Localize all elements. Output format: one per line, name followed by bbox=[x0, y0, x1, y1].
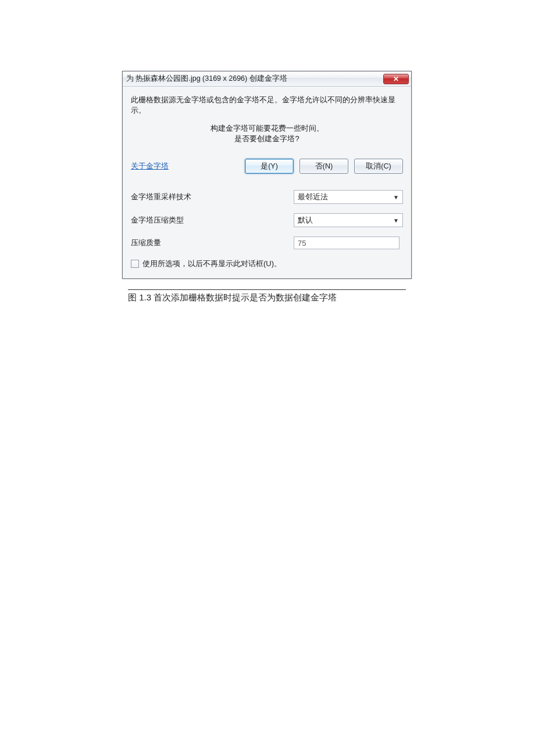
resample-value: 最邻近法 bbox=[298, 192, 328, 202]
dont-show-checkbox[interactable] bbox=[131, 260, 139, 268]
chevron-down-icon: ▼ bbox=[393, 194, 399, 200]
chevron-down-icon: ▼ bbox=[393, 217, 399, 224]
figure-container: 为 热振森林公园图.jpg (3169 x 2696) 创建金字塔 ✕ 此栅格数… bbox=[122, 71, 412, 303]
create-pyramids-dialog: 为 热振森林公园图.jpg (3169 x 2696) 创建金字塔 ✕ 此栅格数… bbox=[122, 71, 412, 279]
dont-show-row: 使用所选项，以后不再显示此对话框(U)。 bbox=[131, 259, 403, 269]
quality-row: 压缩质量 bbox=[131, 237, 403, 249]
resample-select[interactable]: 最邻近法 ▼ bbox=[294, 190, 403, 204]
dialog-titlebar: 为 热振森林公园图.jpg (3169 x 2696) 创建金字塔 ✕ bbox=[123, 71, 411, 87]
cancel-button[interactable]: 取消(C) bbox=[354, 159, 403, 174]
quality-label: 压缩质量 bbox=[131, 238, 294, 248]
compression-value: 默认 bbox=[298, 215, 313, 225]
caption-rule bbox=[128, 289, 406, 290]
dialog-title: 为 热振森林公园图.jpg (3169 x 2696) 创建金字塔 bbox=[126, 74, 287, 84]
no-button[interactable]: 否(N) bbox=[299, 159, 348, 174]
resample-label: 金字塔重采样技术 bbox=[131, 192, 294, 202]
compression-select[interactable]: 默认 ▼ bbox=[294, 213, 403, 227]
close-button[interactable]: ✕ bbox=[383, 74, 409, 84]
figure-caption: 图 1.3 首次添加栅格数据时提示是否为数据创建金字塔 bbox=[122, 292, 412, 303]
compression-label: 金字塔压缩类型 bbox=[131, 215, 294, 225]
prompt-line-2: 是否要创建金字塔? bbox=[234, 134, 299, 143]
quality-input[interactable] bbox=[294, 237, 400, 249]
yes-button[interactable]: 是(Y) bbox=[245, 159, 294, 174]
resample-row: 金字塔重采样技术 最邻近法 ▼ bbox=[131, 190, 403, 204]
prompt-message: 构建金字塔可能要花费一些时间。 是否要创建金字塔? bbox=[131, 123, 403, 144]
dont-show-label: 使用所选项，以后不再显示此对话框(U)。 bbox=[142, 259, 281, 269]
close-icon: ✕ bbox=[393, 75, 399, 83]
info-message: 此栅格数据源无金字塔或包含的金字塔不足。金字塔允许以不同的分辨率快速显示。 bbox=[131, 95, 403, 115]
about-pyramids-link[interactable]: 关于金字塔 bbox=[131, 161, 169, 171]
action-row: 关于金字塔 是(Y) 否(N) 取消(C) bbox=[131, 159, 403, 174]
compression-row: 金字塔压缩类型 默认 ▼ bbox=[131, 213, 403, 227]
prompt-line-1: 构建金字塔可能要花费一些时间。 bbox=[211, 124, 324, 132]
dialog-body: 此栅格数据源无金字塔或包含的金字塔不足。金字塔允许以不同的分辨率快速显示。 构建… bbox=[123, 87, 411, 278]
